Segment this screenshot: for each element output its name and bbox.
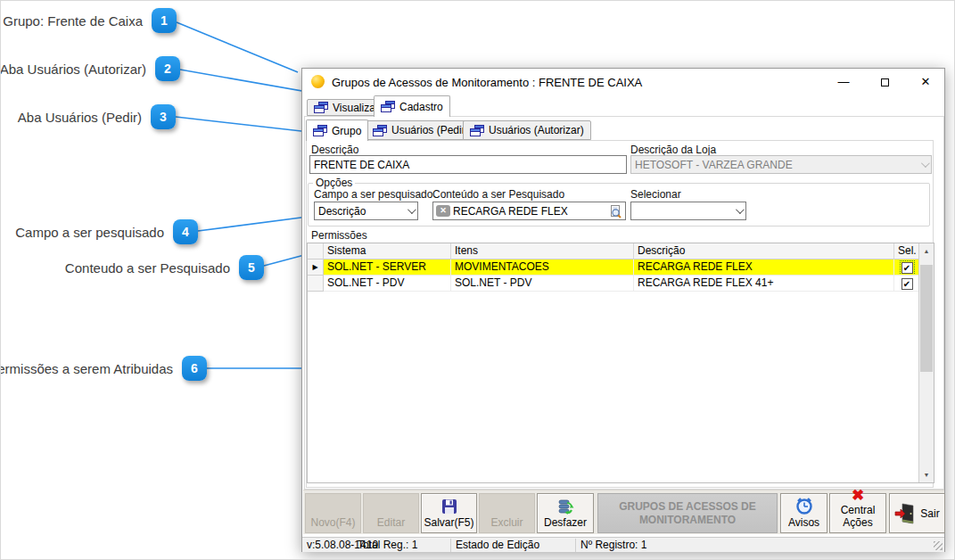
clear-icon[interactable]: ✕ bbox=[436, 205, 450, 217]
cell-itens[interactable]: MOVIMENTACOES bbox=[451, 259, 634, 276]
floppy-disk-icon bbox=[440, 498, 458, 515]
descricao-loja-label: Descrição da Loja bbox=[630, 144, 716, 156]
sair-button[interactable]: Sair bbox=[889, 493, 945, 533]
numero-registro-text: Nº Registro: 1 bbox=[580, 539, 646, 551]
callout-badge-1: 1 bbox=[152, 8, 177, 33]
scrollbar-thumb[interactable] bbox=[920, 265, 933, 372]
database-undo-icon bbox=[556, 498, 574, 515]
scroll-up-icon[interactable]: ▲ bbox=[919, 243, 934, 259]
campo-pesquisado-label: Campo a ser pesquisado bbox=[314, 188, 432, 201]
desfazer-label: Desfazer bbox=[544, 516, 587, 529]
tab-cadastro[interactable]: Cadastro bbox=[374, 95, 450, 117]
selecionar-label: Selecionar bbox=[630, 188, 681, 201]
campo-pesquisado-combobox[interactable]: Descrição bbox=[314, 202, 418, 220]
cell-sel: ✔ bbox=[894, 259, 920, 276]
tab-usuarios-pedir-label: Usuários (Pedir) bbox=[391, 124, 469, 136]
permissoes-grid: Sistema Itens Descrição Sel. ▶ SOL.NET -… bbox=[307, 243, 934, 483]
sair-label: Sair bbox=[920, 507, 939, 520]
tab-usuarios-autorizar-label: Usuários (Autorizar) bbox=[489, 124, 584, 136]
close-button[interactable]: ✕ bbox=[905, 69, 946, 95]
module-title-label: GRUPOS DE ACESSOS DE MONITORAMENTO bbox=[611, 500, 764, 527]
resize-grip[interactable] bbox=[934, 541, 943, 550]
salvar-label: Salvar(F5) bbox=[424, 516, 473, 529]
tab-grupo-label: Grupo bbox=[332, 125, 361, 137]
descricao-input[interactable] bbox=[309, 155, 627, 174]
app-window: Grupos de Acessos de Monitoramento : FRE… bbox=[301, 68, 945, 552]
tab-usuarios-autorizar[interactable]: Usuários (Autorizar) bbox=[463, 120, 591, 140]
cell-descricao[interactable]: RECARGA REDE FLEX 41+ bbox=[634, 276, 894, 292]
window-title: Grupos de Acessos de Monitoramento : FRE… bbox=[332, 76, 642, 89]
callout-label-4: Campo a ser pesquisado bbox=[15, 225, 164, 240]
excluir-label: Excluir bbox=[490, 516, 523, 529]
row-selector bbox=[308, 276, 324, 292]
column-header-descricao[interactable]: Descrição bbox=[634, 243, 894, 259]
selecionar-combobox[interactable] bbox=[630, 202, 746, 220]
exit-door-icon bbox=[894, 502, 916, 525]
statusbar-divider bbox=[450, 539, 451, 552]
cascade-windows-icon bbox=[470, 125, 484, 136]
column-header-sistema[interactable]: Sistema bbox=[324, 243, 451, 259]
descricao-label: Descrição bbox=[311, 144, 358, 156]
cascade-windows-icon bbox=[314, 102, 328, 113]
cell-sistema[interactable]: SOL.NET - PDV bbox=[324, 276, 451, 292]
chevron-down-icon bbox=[736, 205, 745, 214]
column-header-sel[interactable]: Sel. bbox=[894, 243, 920, 259]
checkbox-checked[interactable]: ✔ bbox=[901, 278, 913, 290]
maximize-icon bbox=[881, 78, 889, 86]
editar-label: Editar bbox=[377, 516, 405, 529]
central-acoes-label: Central Ações bbox=[830, 504, 885, 529]
salvar-button[interactable]: Salvar(F5) bbox=[421, 493, 477, 533]
avisos-label: Avisos bbox=[788, 516, 819, 529]
callout-label-6: Permissões a serem Atribuidas bbox=[0, 361, 173, 376]
conteudo-pesquisado-field[interactable]: ✕ RECARGA REDE FLEX bbox=[432, 202, 626, 220]
row-pointer-icon: ▶ bbox=[308, 259, 324, 276]
cell-sel: ✔ bbox=[894, 276, 920, 292]
conteudo-pesquisado-label: Conteúdo a ser Pesquisado bbox=[432, 188, 564, 201]
central-acoes-button[interactable]: ✖ Central Ações bbox=[829, 493, 886, 533]
descricao-loja-combobox: HETOSOFT - VARZEA GRANDE bbox=[630, 155, 932, 174]
total-registros-text: Total Reg.: 1 bbox=[358, 539, 417, 551]
tab-visualizar-label: Visualizar bbox=[333, 102, 379, 114]
toolbar: Novo(F4) Editar Salvar(F5) Excluir bbox=[303, 490, 944, 534]
tab-usuarios-pedir[interactable]: Usuários (Pedir) bbox=[366, 120, 476, 140]
alarm-clock-icon bbox=[794, 496, 814, 515]
callout-badge-2: 2 bbox=[155, 56, 180, 81]
callout-badge-6: 6 bbox=[182, 356, 207, 381]
cell-descricao[interactable]: RECARGA REDE FLEX bbox=[634, 259, 894, 276]
search-document-icon[interactable] bbox=[609, 204, 622, 218]
callout-line-4 bbox=[198, 216, 315, 231]
avisos-button[interactable]: Avisos bbox=[780, 493, 827, 533]
app-icon bbox=[311, 75, 325, 88]
cell-itens[interactable]: SOL.NET - PDV bbox=[451, 276, 634, 292]
title-bar: Grupos de Acessos de Monitoramento : FRE… bbox=[302, 69, 944, 95]
cascade-windows-icon bbox=[373, 125, 387, 136]
red-x-icon: ✖ bbox=[852, 488, 864, 503]
grid-vertical-scrollbar[interactable]: ▲ ▼ bbox=[918, 243, 934, 482]
novo-button: Novo(F4) bbox=[305, 493, 361, 533]
cascade-windows-icon bbox=[381, 101, 395, 112]
conteudo-pesquisado-value: RECARGA REDE FLEX bbox=[453, 205, 606, 218]
tab-grupo[interactable]: Grupo bbox=[306, 119, 368, 141]
screenshot-canvas: Grupo: Frente de Caixa 1 Aba Usuários (A… bbox=[0, 0, 955, 560]
editar-button: Editar bbox=[363, 493, 419, 533]
row-selector-header bbox=[308, 243, 324, 259]
callout-label-3: Aba Usuários (Pedir) bbox=[18, 110, 142, 125]
status-bar: v:5.08.08-1410 Total Reg.: 1 Estado de E… bbox=[302, 537, 944, 552]
excluir-button: Excluir bbox=[479, 493, 535, 533]
minimize-button[interactable]: — bbox=[823, 69, 864, 95]
novo-label: Novo(F4) bbox=[310, 516, 355, 529]
chevron-down-icon bbox=[921, 159, 930, 168]
estado-text: Estado de Edição bbox=[456, 539, 539, 551]
tab-cadastro-label: Cadastro bbox=[399, 101, 443, 113]
column-header-itens[interactable]: Itens bbox=[451, 243, 634, 259]
descricao-loja-value: HETOSOFT - VARZEA GRANDE bbox=[635, 159, 793, 171]
maximize-button[interactable] bbox=[864, 69, 905, 95]
desfazer-button[interactable]: Desfazer bbox=[537, 493, 594, 533]
checkbox-checked[interactable]: ✔ bbox=[901, 262, 913, 274]
campo-pesquisado-value: Descrição bbox=[318, 205, 366, 218]
callout-label-1: Grupo: Frente de Caixa bbox=[3, 13, 143, 29]
cell-sistema[interactable]: SOL.NET - SERVER bbox=[324, 259, 451, 276]
callout-badge-3: 3 bbox=[151, 104, 176, 129]
chevron-down-icon bbox=[408, 205, 416, 214]
scroll-down-icon[interactable]: ▼ bbox=[919, 467, 934, 482]
